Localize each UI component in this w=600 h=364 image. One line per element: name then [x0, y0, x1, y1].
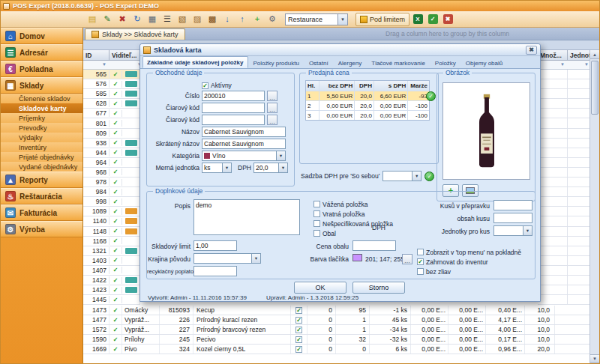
apply-vat-button[interactable]: ✓	[424, 172, 434, 181]
dph-dropdown[interactable]: 20,0 ▼	[254, 163, 288, 173]
filter-icon[interactable]: ▼	[584, 62, 589, 67]
obsah-kusu-field[interactable]	[494, 213, 532, 223]
box-icon[interactable]: ▨	[190, 13, 204, 26]
table-row[interactable]	[538, 168, 590, 178]
table-row[interactable]: 1473✓Omácky815093Kecup095-1 ks0,00 E...0…	[83, 306, 590, 315]
import-icon[interactable]: ↓	[220, 13, 234, 26]
table-row[interactable]: 964✓	[83, 158, 140, 168]
sidebar-item-clenenie-skladov[interactable]: Členenie skladov	[1, 94, 82, 103]
table-row[interactable]	[538, 197, 590, 207]
option-bez-zliav[interactable]: bez zliav	[417, 267, 521, 276]
table-row[interactable]: 1590✓Prílohy245Pecivo032-32 ks0,00 E...0…	[83, 335, 590, 345]
table-row[interactable]: 984✓	[83, 187, 140, 197]
table-row[interactable]	[538, 118, 590, 128]
kategoria-dropdown[interactable]: Víno ▼	[202, 151, 286, 161]
jednotky-pro-kus-dropdown[interactable]: ▼	[494, 225, 532, 236]
table-row[interactable]	[538, 187, 590, 197]
table-row[interactable]	[538, 295, 590, 305]
table-row[interactable]: 944✓	[83, 148, 140, 158]
skrateny-nazov-field[interactable]: Cabernet Sauvignom	[202, 139, 286, 149]
table-row[interactable]	[538, 285, 590, 295]
table-row[interactable]: 1140✓	[83, 216, 140, 226]
table-row[interactable]	[538, 139, 590, 148]
pod-limitem-button[interactable]: Pod limitem	[356, 13, 410, 26]
column-header-id[interactable]: ID	[83, 50, 110, 61]
table-row[interactable]: 1423✓	[83, 285, 140, 295]
table-row[interactable]: 1445✓	[83, 295, 140, 305]
sidebar-item-inventury[interactable]: Inventúry	[1, 142, 82, 152]
table-row[interactable]	[538, 89, 590, 99]
labels-icon[interactable]: ▧	[176, 13, 189, 26]
sadzba-dph-dropdown[interactable]: ▼	[382, 171, 422, 181]
nazov-field[interactable]: Cabernet Sauvignom	[202, 127, 286, 137]
table-row[interactable]: 998✓	[83, 197, 140, 207]
new-card-icon[interactable]: ▤	[86, 13, 99, 26]
barva-browse-button[interactable]	[402, 254, 412, 264]
sidebar-item-vyroba[interactable]: ⚙Výroba	[1, 221, 82, 237]
table-row[interactable]	[538, 109, 590, 118]
table-row[interactable]: 938✓	[83, 139, 140, 148]
dialog-tab-zakladne-udaje-skladovej-polozky[interactable]: Základné údaje skladovej položky	[142, 56, 248, 68]
storno-button[interactable]: Storno	[352, 282, 405, 294]
barcode-field[interactable]	[202, 103, 265, 113]
pallet-icon[interactable]: ▩	[206, 13, 219, 26]
print-icon[interactable]: ▦	[146, 13, 159, 26]
table-row[interactable]: 1572✓Vypráž...227Prírodný bravcový rezen…	[83, 325, 590, 335]
refresh-icon[interactable]: ↻	[130, 13, 144, 26]
table-row[interactable]	[538, 70, 590, 79]
sidebar-item-prevodky[interactable]: Prevodky	[1, 123, 82, 133]
dialog-tab-tlacove-markovanie[interactable]: Tlačové markovanie	[367, 58, 430, 68]
sidebar-item-vydajky[interactable]: Výdajky	[1, 133, 82, 142]
excel-export-icon[interactable]: X	[411, 13, 424, 26]
skladovy-limit-field[interactable]: 1,00	[194, 240, 237, 251]
sidebar-item-prijate-objednavky[interactable]: Prijaté objednávky	[1, 152, 82, 162]
table-row[interactable]: 968✓	[83, 168, 140, 178]
table-row[interactable]: 1407✓	[83, 266, 140, 276]
settings-icon[interactable]: ⚙	[266, 13, 279, 26]
price-row[interactable]: 20,00 EUR20,00,00 EUR-100	[306, 100, 429, 110]
column-header-jednotka[interactable]: Jednot...	[568, 50, 590, 61]
sidebar-item-fakturacia[interactable]: ✉Fakturácia	[1, 204, 82, 221]
export-icon[interactable]: ↑	[236, 13, 249, 26]
table-row[interactable]: 809✓	[83, 129, 140, 139]
table-row[interactable]: 565✓	[83, 70, 140, 79]
barcode2-field[interactable]	[202, 115, 265, 125]
table-row[interactable]	[538, 158, 590, 168]
table-row[interactable]	[538, 216, 590, 226]
table-row[interactable]: 1477✓Vypráž...226Prírodný kurací rezen01…	[83, 315, 590, 325]
table-row[interactable]	[538, 178, 590, 187]
table-row[interactable]: 1089✓	[83, 207, 140, 216]
table-row[interactable]	[538, 207, 590, 216]
edit-card-icon[interactable]: ✎	[100, 13, 114, 26]
filter-icon[interactable]: ▼	[102, 62, 106, 67]
aktivny-checkbox[interactable]	[202, 82, 208, 89]
flag-vazena-polozka[interactable]: Vážená položka	[314, 199, 393, 209]
kusu-v-prepravku-field[interactable]	[494, 200, 532, 210]
table-row[interactable]	[538, 129, 590, 139]
table-row[interactable]: 1422✓	[83, 276, 140, 285]
table-row[interactable]: 1168✓	[83, 237, 140, 246]
sidebar-item-adresar[interactable]: ☰Adresár	[1, 44, 82, 61]
cancel-icon[interactable]: ✖	[441, 13, 454, 26]
sidebar-item-restauracia[interactable]: ♨Reštaurácia	[1, 188, 82, 204]
table-row[interactable]	[538, 79, 590, 89]
sidebar-item-prijemky[interactable]: Príjemky	[1, 113, 82, 123]
recyklacny-poplatok-field[interactable]	[194, 266, 237, 276]
option-zobrazit-v-top-menu-na-pokladne[interactable]: Zobrazit v 'top menu' na pokladně	[417, 247, 521, 257]
cena-obalu-field[interactable]	[352, 240, 396, 251]
cislo-field[interactable]: 200010	[202, 91, 265, 101]
table-row[interactable]	[538, 276, 590, 285]
ok-button[interactable]: OK	[294, 282, 346, 294]
column-header-mnozstvo[interactable]: Množ...	[538, 50, 568, 61]
sidebar-item-domov[interactable]: ⌂Domov	[1, 28, 82, 44]
vertical-scrollbar[interactable]: ▲ ▼	[590, 50, 599, 363]
sidebar-item-pokladna[interactable]: €Pokladna	[1, 61, 82, 77]
sidebar-item-skladove-karty[interactable]: Skladové karty	[1, 103, 82, 113]
dialog-tab-polozky-produktu[interactable]: Položky produktu	[249, 58, 304, 68]
dialog-tab-alergeny[interactable]: Alergeny	[334, 58, 367, 68]
add-icon[interactable]: +	[250, 13, 264, 26]
merna-jednotka-dropdown[interactable]: ks ▼	[202, 163, 232, 173]
table-row[interactable]: 1321✓	[83, 246, 140, 256]
price-row[interactable]: 30,00 EUR20,00,00 EUR-100	[306, 110, 429, 120]
dialog-tab-objemy-obalu[interactable]: Objemy obalů	[461, 58, 507, 68]
